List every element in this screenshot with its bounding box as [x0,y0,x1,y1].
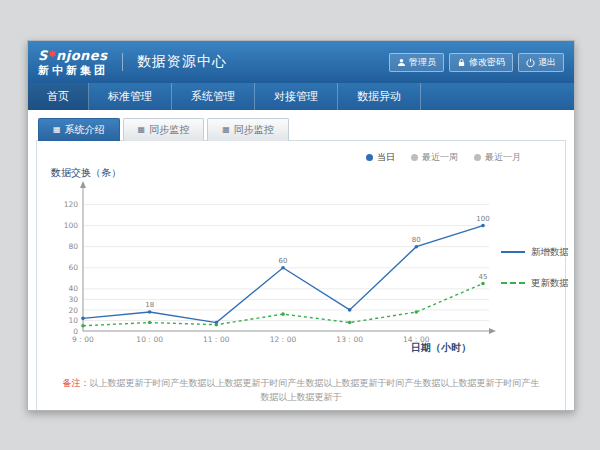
header-actions: 管理员 修改密码 退出 [389,53,564,72]
filter-today[interactable]: 当日 [366,151,395,164]
radio-dot-icon [411,154,418,161]
chart-row: 01020304060801001209：0010：0011：0012：0013… [47,180,555,355]
svg-text:20: 20 [68,306,78,315]
line-chart: 01020304060801001209：0010：0011：0012：0013… [47,180,497,355]
change-password-label: 修改密码 [469,56,505,69]
page-title: 数据资源中心 [122,53,227,71]
logout-label: 退出 [538,56,556,69]
svg-text:30: 30 [68,295,78,304]
app-window: S✱njones 新中新集团 数据资源中心 管理员 修改密码 [27,40,575,411]
legend-label: 新增数据 [531,246,569,259]
tab-bar: ▦ 系统介绍 ▦ 同步监控 ▦ 同步监控 [36,118,566,141]
nav-item-home[interactable]: 首页 [28,83,89,110]
grid-icon: ▦ [138,126,146,134]
series-legend: 新增数据 更新数据 [501,246,569,290]
svg-text:10: 10 [68,316,78,325]
filter-last-week[interactable]: 最近一周 [411,151,458,164]
logo-english: S✱njones [38,46,108,64]
main-nav: 首页 标准管理 系统管理 对接管理 数据异动 [28,83,574,110]
logo-chinese: 新中新集团 [38,65,108,78]
svg-text:13：00: 13：00 [336,335,363,344]
radio-dot-icon [366,154,373,161]
svg-text:80: 80 [412,236,421,244]
tab-label: 同步监控 [234,123,274,137]
admin-user-button[interactable]: 管理员 [389,53,444,72]
svg-text:60: 60 [279,257,288,265]
desktop-background: S✱njones 新中新集团 数据资源中心 管理员 修改密码 [0,0,600,450]
footnote-text: 以上数据更新于时间产生数据以上数据更新于时间产生数据以上数据更新于时间产生数据以… [90,378,540,402]
footnote: 备注：以上数据更新于时间产生数据以上数据更新于时间产生数据以上数据更新于时间产生… [47,377,555,408]
filter-last-month[interactable]: 最近一月 [474,151,521,164]
svg-text:60: 60 [68,263,78,272]
filter-label: 最近一月 [485,151,521,164]
svg-text:45: 45 [479,273,488,281]
tab-system-intro[interactable]: ▦ 系统介绍 [38,118,120,141]
nav-item-data-change[interactable]: 数据异动 [338,83,421,110]
nav-item-standard-mgmt[interactable]: 标准管理 [89,83,172,110]
footnote-label: 备注： [63,378,90,388]
svg-text:12：00: 12：00 [270,335,297,344]
user-icon [397,58,406,67]
line-swatch-icon [501,282,525,284]
lock-icon [457,58,466,67]
svg-text:120: 120 [64,200,79,209]
chart-panel: 当日 最近一周 最近一月 数据交换（条） 0102030406080100120… [36,141,566,411]
power-icon [526,58,535,67]
admin-user-label: 管理员 [409,56,436,69]
logo-star-icon: ✱ [48,49,56,59]
filter-label: 当日 [377,151,395,164]
svg-text:18: 18 [145,301,154,309]
tab-label: 同步监控 [149,123,189,137]
app-header: S✱njones 新中新集团 数据资源中心 管理员 修改密码 [28,41,574,83]
svg-text:100: 100 [476,215,489,223]
tab-sync-monitor-2[interactable]: ▦ 同步监控 [207,118,289,141]
time-range-filters: 当日 最近一周 最近一月 [47,147,555,164]
filter-label: 最近一周 [422,151,458,164]
legend-label: 更新数据 [531,277,569,290]
line-swatch-icon [501,251,525,253]
y-axis-title: 数据交换（条） [51,166,555,180]
legend-item-new-data[interactable]: 新增数据 [501,246,569,259]
svg-text:10：00: 10：00 [136,335,163,344]
radio-dot-icon [474,154,481,161]
svg-text:80: 80 [68,242,78,251]
logout-button[interactable]: 退出 [518,53,564,72]
grid-icon: ▦ [53,126,61,134]
tab-sync-monitor-1[interactable]: ▦ 同步监控 [123,118,205,141]
svg-text:9：00: 9：00 [72,335,94,344]
svg-text:100: 100 [64,221,79,230]
nav-item-integration-mgmt[interactable]: 对接管理 [255,83,338,110]
tab-label: 系统介绍 [65,123,105,137]
svg-text:11：00: 11：00 [203,335,230,344]
legend-item-updated-data[interactable]: 更新数据 [501,277,569,290]
grid-icon: ▦ [222,126,230,134]
change-password-button[interactable]: 修改密码 [449,53,513,72]
nav-item-system-mgmt[interactable]: 系统管理 [172,83,255,110]
company-logo: S✱njones 新中新集团 [38,46,108,77]
svg-text:40: 40 [68,284,78,293]
